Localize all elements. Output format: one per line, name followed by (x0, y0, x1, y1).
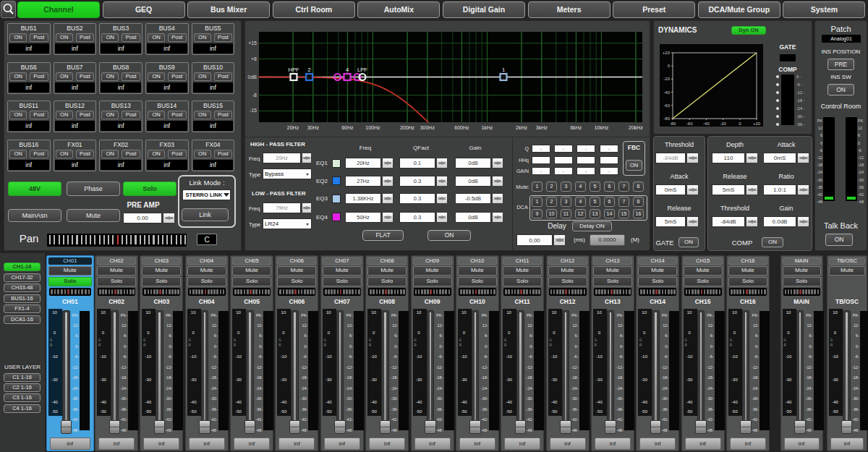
svg-text:LPF: LPF (357, 67, 367, 73)
svg-text:4: 4 (346, 67, 349, 73)
svg-text:-40: -40 (703, 121, 710, 126)
svg-text:-40: -40 (663, 90, 670, 95)
svg-text:-80: -80 (663, 116, 670, 121)
svg-text:+20: +20 (663, 51, 671, 55)
svg-text:HPF: HPF (289, 67, 299, 73)
svg-text:-80: -80 (670, 121, 676, 126)
svg-text:-60: -60 (686, 121, 693, 126)
svg-text:-60: -60 (663, 103, 670, 108)
svg-text:-20: -20 (720, 121, 726, 126)
svg-text:-20: -20 (663, 77, 670, 81)
svg-text:1: 1 (502, 67, 505, 73)
svg-text:+20: +20 (753, 121, 761, 126)
svg-text:2: 2 (308, 67, 311, 73)
